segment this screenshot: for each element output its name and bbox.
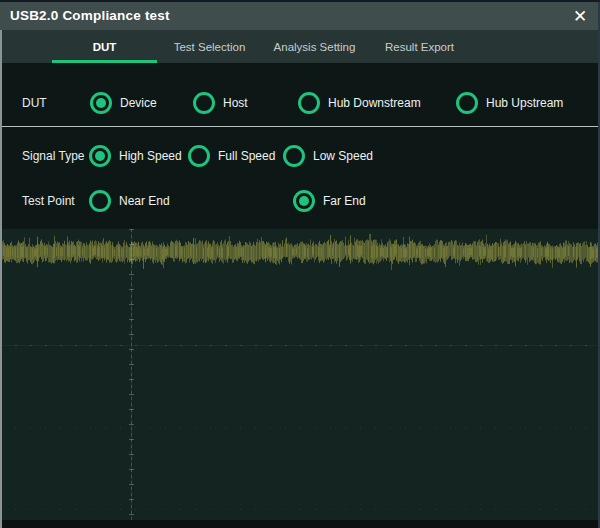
noise-waveform-trace — [0, 224, 600, 282]
radio-circle-icon — [193, 92, 215, 114]
tab-label: DUT — [93, 41, 117, 53]
screen-left-edge — [0, 30, 2, 528]
radio-dut-device[interactable]: Device — [90, 89, 157, 117]
radio-dot-icon — [96, 98, 106, 108]
close-icon: ✕ — [573, 8, 587, 25]
signal-type-row: Signal Type High Speed Full Speed Low Sp… — [0, 142, 600, 170]
graticule-vline-ticks — [129, 229, 134, 528]
graticule-center-hline — [0, 345, 600, 346]
dialog-body: DUT Device Host Hub Downstream Hub Upstr… — [0, 63, 600, 229]
radio-signal-full-speed[interactable]: Full Speed — [188, 142, 275, 170]
radio-circle-icon — [456, 92, 478, 114]
tab-label: Analysis Setting — [274, 41, 356, 53]
radio-circle-icon — [298, 92, 320, 114]
radio-circle-icon — [90, 92, 112, 114]
graticule-dotted-row-1 — [0, 427, 600, 428]
tab-label: Test Selection — [174, 41, 246, 53]
tab-strip: DUT Test Selection Analysis Setting Resu… — [52, 30, 472, 63]
tab-dut[interactable]: DUT — [52, 30, 157, 63]
radio-dot-icon — [299, 196, 309, 206]
radio-dut-host[interactable]: Host — [193, 89, 248, 117]
title-bar: USB2.0 Compliance test ✕ — [0, 2, 600, 30]
radio-testpoint-far-end[interactable]: Far End — [293, 187, 366, 215]
radio-signal-low-speed[interactable]: Low Speed — [283, 142, 373, 170]
tab-bar: DUT Test Selection Analysis Setting Resu… — [0, 30, 600, 63]
radio-circle-icon — [89, 190, 111, 212]
graticule-dotted-row-2 — [0, 509, 600, 510]
radio-circle-icon — [293, 190, 315, 212]
radio-label: Host — [223, 96, 248, 110]
radio-label: Device — [120, 96, 157, 110]
radio-circle-icon — [283, 145, 305, 167]
screen-bottom-edge — [0, 520, 600, 528]
dut-row-label: DUT — [22, 89, 47, 117]
radio-dot-icon — [95, 151, 105, 161]
radio-signal-high-speed[interactable]: High Speed — [89, 142, 182, 170]
test-point-row: Test Point Near End Far End — [0, 187, 600, 215]
radio-label: Near End — [119, 194, 170, 208]
close-button[interactable]: ✕ — [564, 2, 596, 30]
radio-circle-icon — [89, 145, 111, 167]
tab-label: Result Export — [385, 41, 454, 53]
test-point-row-label: Test Point — [22, 187, 75, 215]
radio-dut-hub-downstream[interactable]: Hub Downstream — [298, 89, 421, 117]
radio-label: High Speed — [119, 149, 182, 163]
signal-type-row-label: Signal Type — [22, 142, 85, 170]
tab-test-selection[interactable]: Test Selection — [157, 30, 262, 63]
radio-label: Hub Upstream — [486, 96, 563, 110]
dut-row: DUT Device Host Hub Downstream Hub Upstr… — [0, 89, 600, 117]
tab-analysis-setting[interactable]: Analysis Setting — [262, 30, 367, 63]
radio-label: Full Speed — [218, 149, 275, 163]
radio-testpoint-near-end[interactable]: Near End — [89, 187, 170, 215]
radio-circle-icon — [188, 145, 210, 167]
radio-label: Far End — [323, 194, 366, 208]
radio-label: Hub Downstream — [328, 96, 421, 110]
section-divider — [0, 126, 600, 127]
usb-compliance-dialog: USB2.0 Compliance test ✕ DUT Test Select… — [0, 0, 600, 528]
dialog-title: USB2.0 Compliance test — [10, 2, 170, 30]
radio-label: Low Speed — [313, 149, 373, 163]
radio-dut-hub-upstream[interactable]: Hub Upstream — [456, 89, 563, 117]
tab-result-export[interactable]: Result Export — [367, 30, 472, 63]
